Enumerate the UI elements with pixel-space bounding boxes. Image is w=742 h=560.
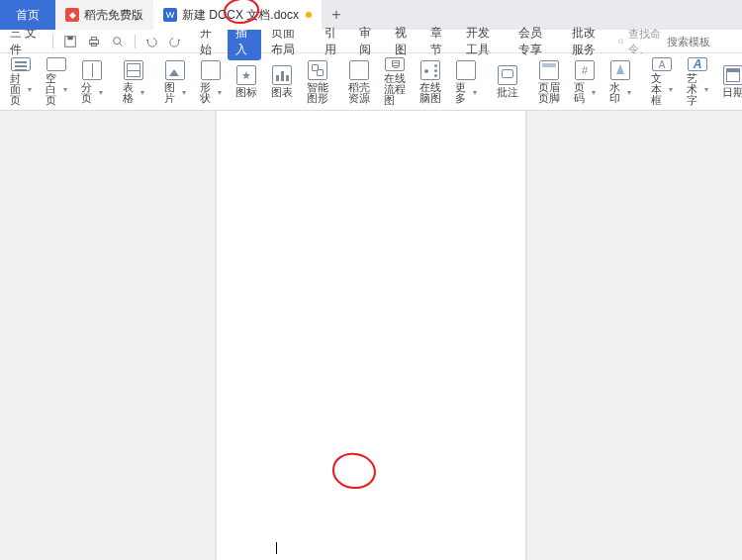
header-footer-icon xyxy=(539,60,559,80)
menu-review-label: 审阅 xyxy=(359,26,371,56)
undo-icon xyxy=(144,35,158,48)
separator xyxy=(52,35,53,48)
ribbon-mind[interactable]: 在线脑图 xyxy=(414,55,447,108)
menu-layout-label: 页面布局 xyxy=(271,26,295,56)
file-menu-button[interactable]: 三 文件 xyxy=(6,32,46,51)
ribbon-textbox-label: 文本框 xyxy=(651,73,668,106)
ribbon-cover[interactable]: 封面页▾ xyxy=(4,55,38,108)
ribbon-comment[interactable]: 批注 xyxy=(491,55,524,108)
search-box[interactable]: 查找命令、 xyxy=(617,27,737,56)
save-button[interactable] xyxy=(59,32,81,51)
comment-icon xyxy=(498,65,517,85)
ribbon-watermark[interactable]: 水印▾ xyxy=(603,55,637,108)
date-icon xyxy=(723,65,742,85)
chevron-down-icon: ▾ xyxy=(473,89,477,97)
menu-vip-label: 会员专享 xyxy=(518,26,542,56)
ribbon-header-label: 页眉页脚 xyxy=(538,82,560,104)
menu-batch[interactable]: 批改服务 xyxy=(564,23,615,60)
chevron-down-icon: ▾ xyxy=(28,86,32,94)
plus-icon: + xyxy=(331,6,340,24)
svg-line-8 xyxy=(621,42,622,43)
ribbon-wordart[interactable]: 艺术字▾ xyxy=(681,55,714,108)
menu-devtools-label: 开发工具 xyxy=(466,26,490,56)
word-doc-icon: W xyxy=(163,8,177,22)
print-preview-button[interactable] xyxy=(107,32,129,51)
ribbon-more[interactable]: 更多▾ xyxy=(449,55,483,108)
ribbon-break[interactable]: 分页▾ xyxy=(75,55,109,108)
page-number-icon xyxy=(575,60,595,80)
ribbon-table[interactable]: 表格▾ xyxy=(117,55,150,108)
ribbon-table-label: 表格 xyxy=(123,82,139,104)
icon-gallery-icon xyxy=(236,65,256,85)
ribbon-chart-label: 图表 xyxy=(271,87,293,98)
preview-icon xyxy=(111,35,125,48)
table-icon xyxy=(124,60,143,80)
save-icon xyxy=(63,35,77,48)
ribbon-pagenum-label: 页码 xyxy=(574,82,591,104)
chevron-down-icon: ▾ xyxy=(182,89,186,97)
tab-home[interactable]: 首页 xyxy=(0,0,55,30)
chevron-down-icon: ▾ xyxy=(592,89,596,97)
chevron-down-icon: ▾ xyxy=(669,86,673,94)
shapes-icon xyxy=(201,60,221,80)
ribbon-blank[interactable]: 空白页▾ xyxy=(40,55,73,108)
ribbon-break-label: 分页 xyxy=(81,82,98,104)
print-icon xyxy=(87,35,101,48)
ribbon-blank-label: 空白页 xyxy=(46,73,62,106)
chart-icon xyxy=(272,65,292,85)
ribbon-docer[interactable]: 稻壳资源 xyxy=(342,55,376,108)
smartart-icon xyxy=(308,60,327,80)
wordart-icon xyxy=(688,57,707,71)
chevron-down-icon: ▾ xyxy=(218,89,222,97)
menu-vip[interactable]: 会员专享 xyxy=(510,23,562,60)
ribbon-textbox[interactable]: 文本框▾ xyxy=(645,55,679,108)
mindmap-icon xyxy=(420,60,440,80)
search-input[interactable] xyxy=(667,36,736,47)
picture-icon xyxy=(165,60,185,80)
unsaved-dot-icon xyxy=(306,12,312,18)
menu-devtools[interactable]: 开发工具 xyxy=(458,23,510,60)
ribbon-date-label: 日期 xyxy=(722,87,742,98)
ribbon-comment-label: 批注 xyxy=(497,87,518,98)
menu-ref-label: 引用 xyxy=(325,26,336,56)
redo-button[interactable] xyxy=(164,32,186,51)
ribbon-icon[interactable]: 图标 xyxy=(230,55,263,108)
ribbon-header[interactable]: 页眉页脚 xyxy=(532,55,566,108)
chevron-down-icon: ▾ xyxy=(704,86,708,94)
flowchart-icon xyxy=(385,57,405,71)
ribbon-shape-label: 形状 xyxy=(200,82,217,104)
ribbon-flow-label: 在线流程图 xyxy=(384,73,406,106)
tab-home-label: 首页 xyxy=(16,7,40,24)
menu-review[interactable]: 审阅 xyxy=(351,23,385,60)
cover-icon xyxy=(11,57,31,71)
blank-page-icon xyxy=(46,57,66,71)
tab-document-label: 新建 DOCX 文档.docx xyxy=(182,7,299,24)
svg-rect-1 xyxy=(67,36,72,40)
ribbon-pagenum[interactable]: 页码▾ xyxy=(568,55,602,108)
chevron-down-icon: ▾ xyxy=(63,86,67,94)
tab-docer[interactable]: ◆ 稻壳免费版 xyxy=(55,0,153,30)
watermark-icon xyxy=(610,60,630,80)
ribbon-shape[interactable]: 形状▾ xyxy=(194,55,228,108)
document-page[interactable] xyxy=(217,111,525,560)
ribbon-chart[interactable]: 图表 xyxy=(265,55,299,108)
redo-icon xyxy=(168,35,182,48)
document-workspace[interactable] xyxy=(0,111,742,560)
menu-section[interactable]: 章节 xyxy=(422,23,456,60)
undo-button[interactable] xyxy=(140,32,162,51)
menu-view-label: 视图 xyxy=(395,26,407,56)
tab-docer-label: 稻壳免费版 xyxy=(84,7,143,24)
textbox-icon xyxy=(652,57,672,71)
ribbon-flow[interactable]: 在线流程图 xyxy=(378,55,412,108)
print-button[interactable] xyxy=(83,32,105,51)
tab-document[interactable]: W 新建 DOCX 文档.docx xyxy=(153,0,322,30)
menu-section-label: 章节 xyxy=(430,26,442,56)
menu-view[interactable]: 视图 xyxy=(387,23,420,60)
ribbon-docer-label: 稻壳资源 xyxy=(348,82,370,104)
ribbon-date[interactable]: 日期 xyxy=(716,55,742,108)
ribbon-smart[interactable]: 智能图形 xyxy=(301,55,334,108)
ribbon-pic-label: 图片 xyxy=(164,82,181,104)
ribbon-smart-label: 智能图形 xyxy=(307,82,328,104)
docer-res-icon xyxy=(349,60,369,80)
ribbon-pic[interactable]: 图片▾ xyxy=(158,55,192,108)
